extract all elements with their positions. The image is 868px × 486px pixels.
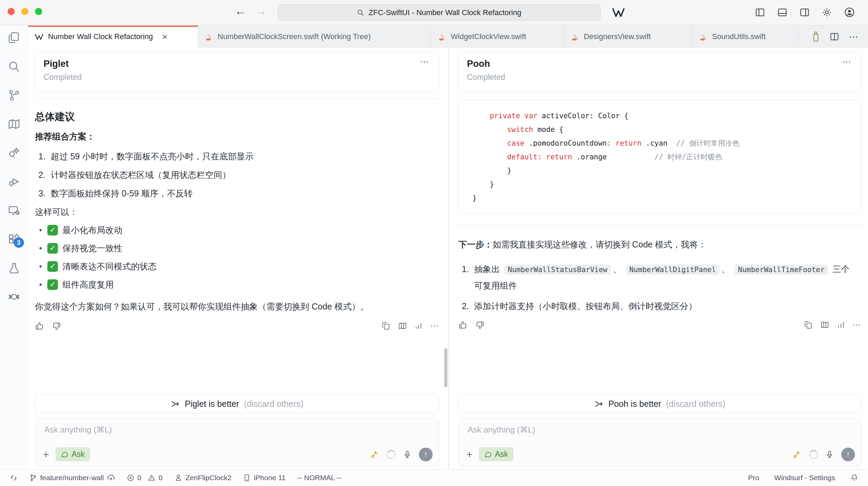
chat-input[interactable] [467,424,854,443]
markdown-divider [35,98,439,98]
tab-designersview[interactable]: DesignersView.swift [564,25,692,48]
swift-file-icon [571,33,579,41]
list-item: 3. 数字面板始终保持 0-59 顺序，不反转 [35,187,439,200]
message-more-icon[interactable]: ⋯ [430,321,439,331]
sub-heading: 推荐组合方案： [35,130,439,143]
tab-widgetclockview[interactable]: WidgetClockView.swift [431,25,564,48]
command-center-search[interactable]: ZFC-SwiftUI - Number Wall Clock Refactor… [278,4,601,21]
settings-gear-icon[interactable] [822,7,832,17]
device-status[interactable]: iPhone 11 [243,474,286,482]
account-avatar-icon[interactable] [844,7,855,18]
card-more-icon[interactable]: ⋯ [420,57,430,67]
flows-icon[interactable] [370,450,379,459]
run-on-device-icon[interactable] [812,31,820,42]
search-icon[interactable] [8,60,21,73]
pro-plan-status[interactable]: Pro [748,474,759,482]
editor-more-actions-icon[interactable]: ⋯ [849,31,859,42]
split-editor-icon[interactable] [830,32,839,41]
card-more-icon[interactable]: ⋯ [842,57,852,67]
search-icon [357,9,364,16]
extensions-icon[interactable]: 3 [8,233,21,246]
add-context-button[interactable]: + [43,449,49,460]
list-item: 1. 超过 59 小时时，数字面板不点亮小时，只在底部显示 [35,150,439,163]
flows-icon[interactable] [793,450,801,459]
toggle-right-panel-icon[interactable] [799,7,810,17]
explorer-icon[interactable] [8,31,21,44]
tab-soundutils[interactable]: SoundUtils.swift [692,25,799,48]
minimize-window-button[interactable] [21,8,28,15]
copy-icon[interactable] [804,320,813,329]
swift-file-icon [438,33,446,41]
forward-button[interactable]: → [255,5,266,17]
code-block: private var activeColor: Color { switch … [458,100,861,214]
inline-code-chip: NumberWallDigitPanel [626,265,720,275]
map-icon[interactable] [8,118,21,131]
lead-text: 这样可以： [35,205,439,218]
testflight-icon[interactable] [8,262,21,275]
windsurf-settings-status[interactable]: Windsurf - Settings [774,474,835,482]
chat-input[interactable] [44,424,432,443]
thumbs-up-icon[interactable] [458,320,468,330]
pooh-is-better-button[interactable]: Pooh is better (discard others) [458,394,861,413]
markdown-divider [458,225,861,226]
ordered-list: 1. 超过 59 小时时，数字面板不点亮小时，只在底部显示 2. 计时器按钮放在… [35,150,439,200]
toggle-left-panel-icon[interactable] [755,7,765,17]
scheme-status[interactable]: ZenFlipClock2 [174,474,231,482]
close-window-button[interactable] [8,8,15,15]
model-status: Completed [467,73,853,82]
windsurf-logo-icon [612,7,625,18]
merge-arrow-icon [171,399,180,409]
back-button[interactable]: ← [235,5,246,17]
message-more-icon[interactable]: ⋯ [853,320,861,330]
message-actions: ⋯ [458,320,861,330]
send-button[interactable]: ↑ [419,448,433,461]
insights-chart-icon[interactable] [414,322,423,330]
copy-icon[interactable] [382,321,390,330]
remote-indicator[interactable] [10,474,18,482]
run-debug-icon[interactable] [8,175,21,188]
windsurf-tab-icon [35,33,44,40]
thumbs-down-icon[interactable] [475,320,484,330]
open-in-book-icon[interactable] [820,320,829,329]
problems-status[interactable]: 0 0 [127,474,162,482]
cascade-ai-icon[interactable] [8,146,21,159]
sync-cloud-icon [107,474,115,482]
vim-mode-indicator[interactable]: -- NORMAL -- [297,474,341,482]
open-in-book-icon[interactable] [398,321,407,330]
chat-input-card: + Ask [35,418,439,466]
notifications-bell-icon[interactable] [850,474,858,482]
traffic-lights [8,8,42,15]
git-branch-status[interactable]: feature/number-wall [29,474,115,482]
ask-mode-button[interactable]: Ask [479,447,514,461]
next-steps-intro: 下一步：如需我直接实现这些修改，请切换到 Code 模式，我将： [458,238,861,251]
ask-mode-button[interactable]: Ask [56,447,90,461]
model-header-card: Piglet Completed ⋯ [35,51,439,93]
checklist-item: • ✓ 组件高度复用 [35,278,439,291]
send-button[interactable]: ↑ [841,448,855,461]
tab-number-wall-clock-refactoring[interactable]: Number Wall Clock Refactoring × [28,25,198,48]
tab-close-icon[interactable]: × [162,32,167,42]
microphone-icon[interactable] [403,450,411,459]
piglet-is-better-button[interactable]: Piglet is better (discard others) [35,394,439,413]
microphone-icon[interactable] [825,450,834,459]
warning-count: 0 [158,474,162,482]
source-control-icon[interactable] [8,89,21,102]
remote-explorer-icon[interactable] [8,204,21,217]
response-panel-piglet: Piglet Completed ⋯ 总体建议 推荐组合方案： 1. 超过 59… [28,48,448,469]
toggle-bottom-panel-icon[interactable] [777,7,787,17]
response-panel-pooh: Pooh Completed ⋯ private var activeColor… [449,48,868,469]
check-emoji-icon: ✓ [47,279,58,290]
model-name: Pooh [467,59,853,69]
zoom-window-button[interactable] [35,8,42,15]
thumbs-up-icon[interactable] [35,321,44,331]
insights-chart-icon[interactable] [837,321,845,329]
list-item: 2. 计时器按钮放在状态栏区域（复用状态栏空间） [35,168,439,181]
sweetpad-candy-icon[interactable] [8,290,21,303]
thumbs-down-icon[interactable] [52,321,61,331]
scrollbar-thumb[interactable] [444,348,447,387]
add-context-button[interactable]: + [466,449,473,460]
tab-numberwallclockscreen[interactable]: NumberWallClockScreen.swift (Working Tre… [198,25,431,48]
checklist: • ✓ 最小化布局改动 • ✓ 保持视觉一致性 • ✓ 清晰表达不同模式的状态 … [35,223,439,291]
swift-file-icon [205,33,213,41]
activity-bar: 3 [0,25,28,469]
